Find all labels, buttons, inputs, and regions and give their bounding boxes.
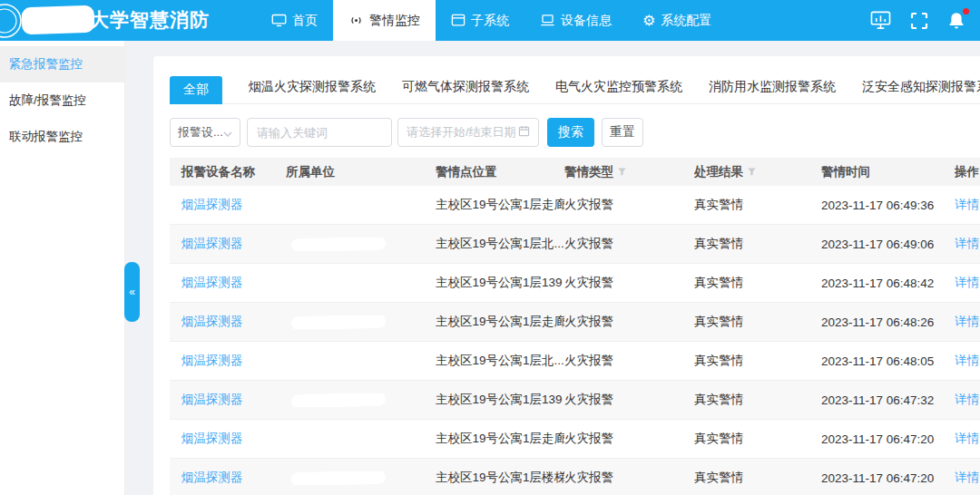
detail-link[interactable]: 详情	[955, 354, 979, 367]
unit-cell	[286, 471, 436, 485]
collapse-left-icon: «	[129, 286, 135, 298]
col-device-name: 报警设备名称	[170, 164, 286, 180]
alarm-time: 2023-11-17 06:49:06	[821, 238, 955, 251]
top-navbar: 大学智慧消防 首页 警情监控	[0, 0, 980, 41]
col-result: 处理结果	[694, 164, 821, 180]
alarm-type: 火灾报警	[564, 314, 694, 330]
device-name-link[interactable]: 烟温探测器	[181, 393, 243, 406]
col-alarm-time: 警情时间	[821, 164, 955, 180]
fullscreen-icon[interactable]	[910, 12, 928, 30]
tab-all[interactable]: 全部	[170, 76, 222, 104]
handle-result: 真实警情	[694, 353, 821, 369]
handle-result: 真实警情	[694, 470, 821, 486]
filter-bar: 报警设... 请选择开始/结束日期 搜索 重置	[170, 118, 980, 147]
table-row: 烟温探测器 主校区19号公寓1层走廊4 火灾报警 真实警情 2023-11-17…	[170, 186, 980, 225]
alarm-type: 火灾报警	[564, 392, 694, 408]
nav-item-subsystems[interactable]: 子系统	[436, 0, 524, 41]
tab-smoke-temp-fire[interactable]: 烟温火灾探测报警系统	[249, 79, 376, 101]
nav-item-alarm-monitor[interactable]: 警情监控	[333, 0, 436, 41]
alarm-time: 2023-11-17 06:47:20	[821, 471, 955, 485]
nav-item-label: 系统配置	[661, 13, 711, 29]
detail-link[interactable]: 详情	[955, 432, 979, 445]
sidebar-collapse-handle[interactable]: «	[124, 262, 140, 322]
sidebar-item-label: 联动报警监控	[9, 129, 83, 145]
handle-result: 真实警情	[694, 275, 821, 291]
device-name-link[interactable]: 烟温探测器	[181, 432, 243, 445]
nav-item-system-config[interactable]: ⚙ 系统配置	[627, 0, 727, 41]
monitor-icon	[271, 14, 287, 27]
detail-link[interactable]: 详情	[955, 315, 979, 328]
nav-item-device-info[interactable]: 设备信息	[524, 0, 627, 41]
device-name-link[interactable]: 烟温探测器	[181, 198, 243, 211]
device-name-link[interactable]: 烟温探测器	[181, 471, 243, 484]
col-actions: 操作	[955, 164, 980, 180]
keyword-input[interactable]	[247, 118, 392, 147]
alarm-location: 主校区19号公寓1层北...	[436, 353, 564, 369]
chevron-down-icon	[223, 126, 232, 140]
notification-badge	[963, 8, 969, 15]
detail-link[interactable]: 详情	[955, 276, 979, 289]
select-value: 报警设...	[178, 124, 223, 141]
alarm-location: 主校区19号公寓1层走廊4	[436, 431, 564, 447]
filter-funnel-icon[interactable]	[747, 166, 757, 180]
detail-link[interactable]: 详情	[955, 393, 979, 406]
table-row: 烟温探测器 主校区19号公寓1层北... 火灾报警 真实警情 2023-11-1…	[170, 342, 980, 381]
table-header: 报警设备名称 所属单位 警情点位置 警情类型 处理结果 警情时间 操作	[170, 158, 980, 186]
table-row: 烟温探测器 主校区19号公寓1层139 火灾报警 真实警情 2023-11-17…	[170, 381, 980, 420]
device-name-link[interactable]: 烟温探测器	[181, 315, 243, 328]
unit-cell	[286, 315, 436, 329]
alarm-time: 2023-11-17 06:47:20	[821, 432, 955, 446]
main-nav: 首页 警情监控 子系统	[256, 0, 727, 41]
tab-fire-water[interactable]: 消防用水监测报警系统	[709, 79, 836, 101]
handle-result: 真实警情	[694, 236, 821, 252]
alarm-time: 2023-11-17 06:48:42	[821, 277, 955, 290]
school-emblem-icon	[0, 3, 23, 39]
handle-result: 真实警情	[694, 392, 821, 408]
unit-cell	[286, 393, 436, 407]
sidebar-item-fault-alarm[interactable]: 故障/报警监控	[0, 82, 124, 119]
alarm-type: 火灾报警	[564, 431, 694, 447]
filter-funnel-icon[interactable]	[617, 166, 627, 180]
reset-button[interactable]: 重置	[602, 118, 643, 147]
alarm-type: 火灾报警	[564, 275, 694, 291]
sidebar-item-linkage-alarm[interactable]: 联动报警监控	[0, 119, 124, 155]
handle-result: 真实警情	[694, 314, 821, 330]
tab-combustible-gas[interactable]: 可燃气体探测报警系统	[402, 79, 529, 101]
detail-link[interactable]: 详情	[955, 198, 979, 211]
nav-item-home[interactable]: 首页	[256, 0, 333, 41]
device-name-link[interactable]: 烟温探测器	[181, 354, 243, 367]
detail-link[interactable]: 详情	[955, 237, 979, 250]
bell-icon[interactable]	[947, 11, 965, 30]
alarm-type-select[interactable]: 报警设...	[170, 118, 240, 147]
dashboard-icon[interactable]	[870, 11, 891, 30]
alarm-time: 2023-11-17 06:48:26	[821, 315, 955, 329]
redaction-blob	[291, 471, 386, 485]
broadcast-icon	[348, 14, 364, 27]
alarm-time: 2023-11-17 06:49:36	[821, 199, 955, 212]
left-sidebar: 紧急报警监控 故障/报警监控 联动报警监控	[0, 41, 125, 495]
table-body: 烟温探测器 主校区19号公寓1层走廊4 火灾报警 真实警情 2023-11-17…	[170, 186, 980, 495]
tab-electrical-fire[interactable]: 电气火灾监控预警系统	[555, 79, 682, 101]
handle-result: 真实警情	[694, 197, 821, 213]
table-row: 烟温探测器 主校区19号公寓1层139 火灾报警 真实警情 2023-11-17…	[170, 264, 980, 303]
system-tabs: 全部 烟温火灾探测报警系统 可燃气体探测报警系统 电气火灾监控预警系统 消防用水…	[170, 76, 980, 104]
gear-icon: ⚙	[642, 14, 655, 28]
detail-link[interactable]: 详情	[955, 471, 979, 484]
sidebar-item-emergency-alarm[interactable]: 紧急报警监控	[0, 46, 124, 82]
redaction-blob	[291, 315, 386, 329]
date-range-picker[interactable]: 请选择开始/结束日期	[397, 118, 539, 147]
device-name-link[interactable]: 烟温探测器	[181, 237, 243, 250]
alarm-location: 主校区19号公寓1层走廊4	[436, 314, 564, 330]
alarm-location: 主校区19号公寓1层楼梯3	[436, 470, 564, 486]
tab-pan-security[interactable]: 泛安全感知探测报警系统	[862, 79, 980, 101]
col-alarm-type: 警情类型	[564, 164, 694, 180]
table-row: 烟温探测器 主校区19号公寓1层楼梯3 火灾报警 真实警情 2023-11-17…	[170, 459, 980, 495]
alarm-type: 火灾报警	[564, 236, 694, 252]
alarm-location: 主校区19号公寓1层走廊4	[436, 197, 564, 213]
device-name-link[interactable]: 烟温探测器	[181, 276, 243, 289]
nav-item-label: 子系统	[471, 13, 509, 29]
search-button[interactable]: 搜索	[547, 118, 594, 147]
alarm-type: 火灾报警	[564, 470, 694, 486]
nav-item-label: 警情监控	[369, 13, 420, 29]
redaction-blob	[291, 393, 386, 407]
